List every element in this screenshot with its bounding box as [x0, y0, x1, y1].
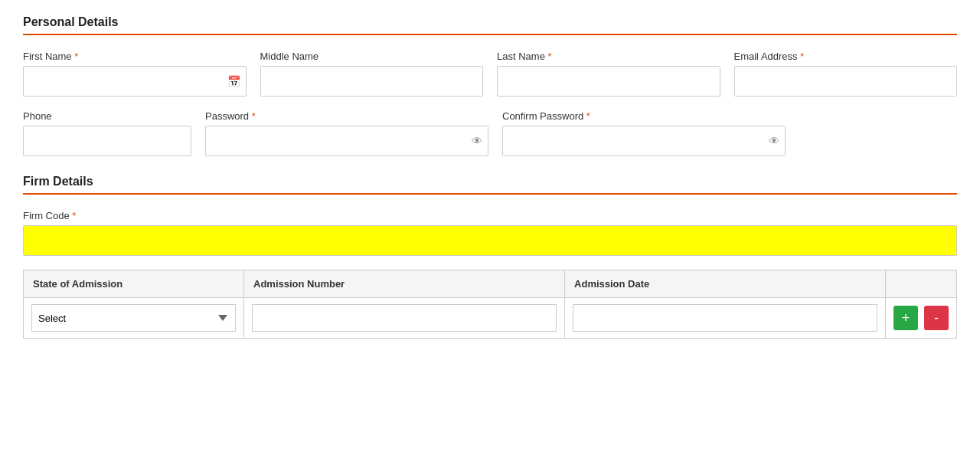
remove-row-button[interactable]: -	[924, 306, 949, 330]
firm-details-divider	[23, 193, 957, 195]
password-input-wrapper: 👁	[205, 126, 488, 156]
firm-details-section: Firm Details Firm Code * State of Admiss…	[23, 175, 957, 339]
personal-details-section: Personal Details First Name * 📅 Middle N…	[23, 15, 957, 156]
email-input[interactable]	[734, 66, 958, 97]
admission-date-col-header: Admission Date	[565, 270, 886, 298]
state-of-admission-cell: Select	[24, 298, 244, 339]
password-label: Password *	[205, 110, 488, 122]
firm-code-label: Firm Code *	[23, 210, 957, 221]
confirm-password-group: Confirm Password * 👁	[502, 110, 786, 156]
last-name-input[interactable]	[497, 66, 720, 97]
first-name-input[interactable]	[23, 66, 247, 97]
firm-code-input[interactable]	[23, 225, 957, 256]
calendar-icon: 📅	[227, 75, 240, 87]
add-row-button[interactable]: +	[893, 306, 918, 330]
admission-table-header-row: State of Admission Admission Number Admi…	[24, 270, 957, 298]
phone-input[interactable]	[23, 126, 191, 156]
confirm-password-input-wrapper: 👁	[502, 126, 786, 156]
first-name-group: First Name * 📅	[23, 51, 247, 97]
firm-details-title: Firm Details	[23, 175, 957, 188]
personal-details-row-2: Phone Password * 👁 Confirm Password * 👁	[23, 110, 957, 156]
admission-table-body: Select + -	[24, 298, 957, 339]
email-group: Email Address *	[734, 51, 958, 97]
row-actions-cell: + -	[886, 298, 957, 339]
last-name-group: Last Name *	[497, 51, 720, 97]
admission-number-input[interactable]	[252, 304, 557, 332]
first-name-input-wrapper: 📅	[23, 66, 247, 97]
middle-name-input[interactable]	[260, 66, 484, 97]
table-row: Select + -	[24, 298, 957, 339]
admission-date-cell	[565, 298, 886, 339]
admission-table-header: State of Admission Admission Number Admi…	[24, 270, 957, 298]
personal-details-row-1: First Name * 📅 Middle Name Last Name *	[23, 51, 957, 97]
last-name-label: Last Name *	[497, 51, 720, 62]
password-input[interactable]	[205, 126, 488, 156]
state-of-admission-select[interactable]: Select	[31, 304, 236, 332]
middle-name-label: Middle Name	[260, 51, 484, 62]
personal-details-divider	[23, 34, 957, 35]
confirm-password-input[interactable]	[502, 126, 786, 156]
actions-col-header	[886, 270, 957, 298]
personal-details-title: Personal Details	[23, 15, 957, 29]
confirm-password-label: Confirm Password *	[502, 110, 786, 122]
state-of-admission-col-header: State of Admission	[24, 270, 244, 298]
email-label: Email Address *	[734, 51, 958, 62]
firm-details-row: Firm Code *	[23, 210, 957, 256]
admission-number-col-header: Admission Number	[244, 270, 565, 298]
admission-date-input[interactable]	[573, 304, 877, 332]
phone-label: Phone	[23, 110, 191, 122]
confirm-password-visibility-icon: 👁	[769, 135, 779, 147]
password-group: Password * 👁	[205, 110, 488, 156]
password-visibility-icon: 👁	[472, 135, 482, 147]
firm-code-group: Firm Code *	[23, 210, 957, 256]
first-name-label: First Name *	[23, 51, 247, 62]
phone-group: Phone	[23, 110, 191, 156]
middle-name-group: Middle Name	[260, 51, 484, 97]
admission-number-cell	[244, 298, 565, 339]
admission-table: State of Admission Admission Number Admi…	[23, 270, 957, 339]
